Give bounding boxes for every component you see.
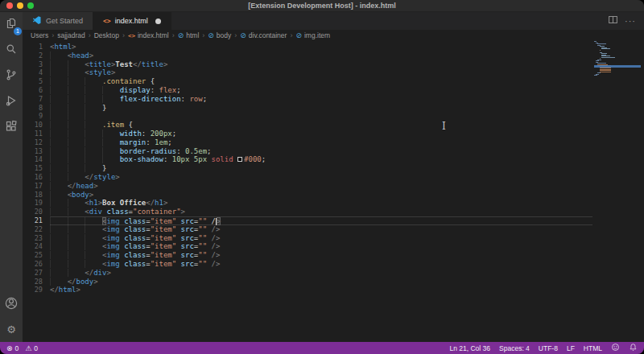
line-number: 27 (23, 269, 50, 278)
activity-bar-item-run-debug[interactable] (2, 93, 21, 112)
code-line[interactable]: 21 <img class="item" src="" /> (23, 216, 592, 225)
line-number: 12 (23, 138, 50, 147)
status-bar: ⊗0⚠0 Ln 21, Col 36Spaces: 4UTF-8LFHTML (0, 342, 644, 354)
tab-get-started[interactable]: Get Started (23, 12, 93, 30)
status-errors[interactable]: ⊗0 (6, 344, 19, 352)
code-line[interactable]: 13 border-radius: 0.5em; (23, 147, 592, 156)
feedback-icon (611, 343, 620, 353)
chevron-right-icon: › (52, 31, 54, 39)
line-number: 22 (23, 225, 50, 234)
code-line[interactable]: 17 </head> (23, 182, 592, 191)
breadcrumb-item-img-item[interactable]: ⊘img.item (295, 31, 330, 39)
code-line[interactable]: 12 margin: 1em; (23, 138, 592, 147)
code-line[interactable]: 20 <div class="container"> (23, 208, 592, 216)
code-line[interactable]: 6 display: flex; (23, 86, 592, 95)
code-line[interactable]: 29</html> (23, 286, 592, 294)
line-number: 23 (23, 234, 50, 243)
chevron-right-icon: › (202, 31, 204, 39)
code-line[interactable]: 27 </div> (23, 269, 592, 278)
code-line[interactable]: 24 <img class="item" src="" /> (23, 242, 592, 251)
minimap[interactable] (594, 41, 641, 342)
code-line[interactable]: 4 <style> (23, 68, 592, 77)
minimap-current-line (594, 65, 641, 68)
chevron-right-icon: › (234, 31, 237, 39)
code-line[interactable]: 1<html> (23, 43, 592, 51)
tab-bar: Get Started<>index.html ··· (23, 12, 644, 30)
status-item-ln-21-col-36[interactable]: Ln 21, Col 36 (449, 344, 490, 352)
minimap-line (601, 57, 616, 58)
status-feedback-button[interactable] (611, 343, 620, 353)
dirty-indicator[interactable] (155, 19, 161, 24)
chevron-right-icon: › (89, 31, 91, 39)
code-lines[interactable]: 1<html>2 <head>3 <title>Test</title>4 <s… (23, 43, 592, 294)
line-number: 18 (23, 191, 50, 200)
status-item-spaces-4[interactable]: Spaces: 4 (499, 344, 530, 352)
status-item-utf-8[interactable]: UTF-8 (539, 344, 558, 352)
line-number: 20 (23, 208, 50, 216)
code-line-content: </head> (50, 182, 592, 191)
code-line[interactable]: 2 <head> (23, 51, 592, 60)
status-warning-count: 0 (34, 344, 38, 352)
breadcrumb-item-index-html[interactable]: <>index.html (128, 31, 169, 39)
code-line[interactable]: 14 box-shadow: 10px 5px solid #000; (23, 155, 592, 164)
zoom-window-button[interactable] (27, 2, 34, 9)
close-window-button[interactable] (6, 2, 13, 9)
code-line-content: <head> (50, 51, 592, 60)
status-item-html[interactable]: HTML (584, 344, 602, 352)
code-line-content: display: flex; (50, 86, 592, 95)
activity-bar-item-extensions[interactable] (2, 118, 21, 138)
code-editor[interactable]: 1<html>2 <head>3 <title>Test</title>4 <s… (23, 41, 644, 342)
code-line[interactable]: 5 .container { (23, 77, 592, 86)
breadcrumb-item-users[interactable]: Users (31, 31, 48, 39)
activity-badge: 1 (14, 27, 22, 35)
breadcrumb-item-desktop[interactable]: Desktop (94, 31, 119, 39)
breadcrumb-item-html[interactable]: ⊘html (178, 31, 200, 39)
code-line[interactable]: 28 </body> (23, 278, 592, 286)
line-number: 7 (23, 95, 50, 104)
more-actions-button[interactable]: ··· (625, 16, 636, 26)
activity-bar-item-search[interactable] (2, 41, 21, 60)
code-line[interactable]: 15 } (23, 164, 592, 173)
code-line-content: flex-direction: row; (50, 95, 592, 104)
breadcrumb-item-sajjadrad[interactable]: sajjadrad (57, 31, 85, 39)
status-bell-button[interactable] (629, 343, 638, 353)
activity-bar-item-explorer[interactable]: 1 (2, 15, 21, 35)
title-bar: [Extension Development Host] - index.htm… (0, 0, 644, 12)
code-line[interactable]: 7 flex-direction: row; (23, 95, 592, 104)
code-line[interactable]: 26 <img class="item" src="" /> (23, 260, 592, 269)
line-number: 24 (23, 242, 50, 251)
code-line-content: <html> (50, 43, 592, 51)
tab-label: index.html (115, 17, 148, 25)
code-line[interactable]: 23 <img class="item" src="" /> (23, 234, 592, 243)
minimize-window-button[interactable] (17, 2, 23, 9)
code-line-content: <img class="item" src="" /> (50, 216, 592, 225)
activity-bar-item-settings[interactable]: ⚙ (2, 319, 21, 339)
code-line[interactable]: 22 <img class="item" src="" /> (23, 225, 592, 234)
code-line[interactable]: 25 <img class="item" src="" /> (23, 251, 592, 260)
line-number: 9 (23, 112, 50, 121)
status-item-lf[interactable]: LF (567, 344, 575, 352)
vscode-window: [Extension Development Host] - index.htm… (0, 0, 644, 354)
tab-index-html[interactable]: <>index.html (93, 12, 171, 30)
code-line[interactable]: 18 <body> (23, 191, 592, 200)
code-line[interactable]: 8 } (23, 104, 592, 113)
line-number: 25 (23, 251, 50, 260)
activity-bar-item-source-control[interactable] (2, 67, 21, 86)
code-line[interactable]: 16 </style> (23, 173, 592, 182)
code-line-content: width: 200px; (50, 130, 592, 138)
code-line[interactable]: 10 .item { (23, 121, 592, 130)
status-warnings[interactable]: ⚠0 (25, 344, 38, 352)
breadcrumb-label: div.container (249, 31, 287, 39)
breadcrumb-item-div-container[interactable]: ⊘div.container (240, 31, 287, 39)
breadcrumb-item-body[interactable]: ⊘body (208, 31, 231, 39)
code-line[interactable]: 9 (23, 112, 592, 121)
line-number: 15 (23, 164, 50, 173)
code-line-content: } (50, 104, 592, 113)
code-line-content: <h1>Box Office</h1> (50, 199, 592, 208)
activity-bar-item-accounts[interactable] (2, 295, 21, 315)
split-editor-button[interactable] (608, 14, 618, 28)
line-number: 5 (23, 77, 50, 86)
code-line[interactable]: 19 <h1>Box Office</h1> (23, 199, 592, 208)
code-line[interactable]: 11 width: 200px; (23, 130, 592, 138)
code-line[interactable]: 3 <title>Test</title> (23, 60, 592, 69)
